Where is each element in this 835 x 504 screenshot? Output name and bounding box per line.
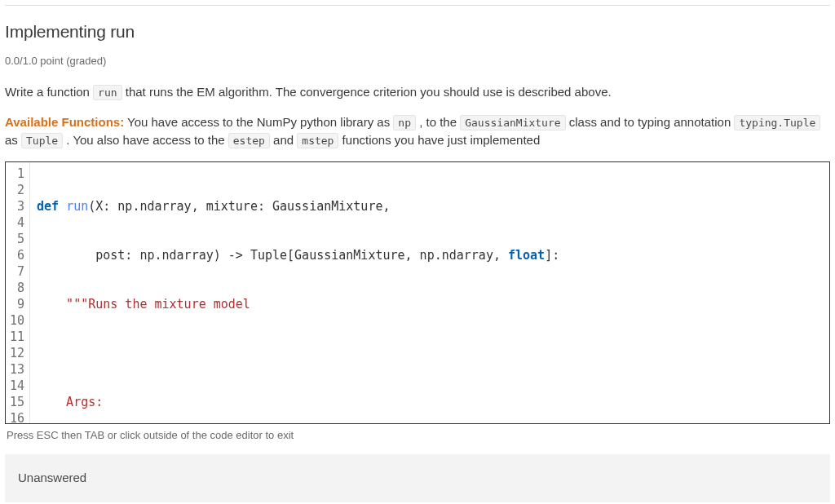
code-np: np	[393, 115, 416, 130]
line-number: 7	[9, 263, 24, 280]
available-functions-label: Available Functions:	[5, 115, 124, 129]
code-editor[interactable]: 1 2 3 4 5 6 7 8 9 10 11 12 13 14 15 16 d…	[5, 161, 830, 424]
available-functions-paragraph: Available Functions: You have access to …	[5, 113, 830, 150]
intro-text-pre: Write a function	[5, 85, 93, 99]
sig-1: (X: np.ndarray, mixture: GaussianMixture…	[88, 199, 390, 214]
doc-l5: Args:	[37, 394, 823, 410]
intro-text-post: that runs the EM algorithm. The converge…	[126, 85, 612, 99]
line-number: 1	[9, 166, 24, 182]
line-number: 3	[9, 198, 24, 214]
line-number: 12	[9, 345, 24, 361]
kw-def: def	[37, 199, 66, 214]
points-label: 0.0/1.0 point (graded)	[5, 53, 830, 69]
avail-t6: and	[270, 133, 297, 147]
avail-t7: functions you have just implemented	[338, 133, 540, 147]
code-typing-tuple: typing.Tuple	[734, 115, 820, 130]
line-number: 2	[9, 182, 24, 198]
line-number: 8	[9, 280, 24, 296]
answer-status: Unanswered	[5, 454, 830, 502]
code-tuple: Tuple	[21, 133, 63, 148]
avail-t3: class and to typing annotation	[566, 115, 735, 129]
kw-float: float	[508, 248, 545, 263]
doc-l3: """Runs the mixture model	[37, 296, 823, 312]
code-mstep: mstep	[297, 133, 338, 148]
avail-t2: , to the	[416, 115, 460, 129]
line-number: 10	[9, 312, 24, 329]
avail-t4: as	[5, 133, 21, 147]
line-number: 14	[9, 378, 24, 394]
sig-2c: ]:	[545, 248, 559, 263]
top-divider	[5, 5, 830, 6]
code-run: run	[93, 85, 121, 100]
line-number: 15	[9, 394, 24, 410]
avail-t1: You have access to the NumPy python libr…	[124, 115, 393, 129]
doc-l4	[37, 345, 823, 361]
line-number: 16	[9, 410, 24, 423]
code-estep: estep	[228, 133, 270, 148]
code-content[interactable]: def run(X: np.ndarray, mixture: Gaussian…	[30, 162, 829, 423]
line-number: 9	[9, 296, 24, 312]
sig-2a: post: np.ndarray) -> Tuple[GaussianMixtu…	[37, 248, 508, 263]
line-number: 4	[9, 214, 24, 231]
code-gaussianmixture: GaussianMixture	[460, 115, 565, 130]
page-title: Implementing run	[5, 19, 830, 45]
line-number: 11	[9, 329, 24, 345]
line-number: 5	[9, 231, 24, 247]
line-number: 13	[9, 361, 24, 378]
line-number: 6	[9, 247, 24, 263]
avail-t5: . You also have access to the	[63, 133, 228, 147]
intro-paragraph: Write a function run that runs the EM al…	[5, 83, 830, 102]
fn-run: run	[66, 199, 88, 214]
editor-exit-hint: Press ESC then TAB or click outside of t…	[5, 424, 830, 455]
line-gutter: 1 2 3 4 5 6 7 8 9 10 11 12 13 14 15 16	[6, 162, 30, 423]
